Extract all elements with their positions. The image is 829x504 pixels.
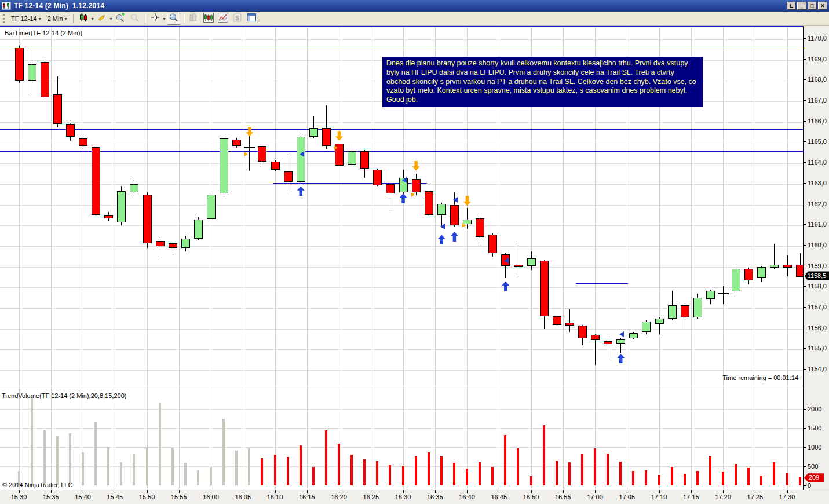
indicators-button[interactable] xyxy=(217,13,229,25)
time-axis-label: 17:20 xyxy=(715,494,731,501)
close-button[interactable]: ✕ xyxy=(818,2,827,10)
toolbar: TF 12-14 ▾ 2 Min ▾ ▾ ▾ ▾ xyxy=(0,12,829,26)
bearish-candle xyxy=(53,94,62,125)
restore-button[interactable]: □ xyxy=(808,2,817,10)
time-axis-tick xyxy=(467,490,468,493)
candle-wick xyxy=(249,134,250,170)
chart-style-button[interactable] xyxy=(77,13,90,25)
volume-bar xyxy=(325,430,327,485)
exit-marker-icon xyxy=(440,224,445,229)
bullish-candle xyxy=(181,239,190,248)
price-axis-label: 1157,0 xyxy=(808,304,827,311)
time-axis-tick xyxy=(531,490,532,493)
volume-bar xyxy=(159,403,161,485)
price-axis-label: 1165,0 xyxy=(808,138,827,145)
price-axis-tick xyxy=(804,245,806,246)
time-gridline xyxy=(307,27,308,386)
price-axis-label: 1170,0 xyxy=(808,35,827,42)
chart-trader-button[interactable] xyxy=(188,13,200,25)
price-gridline xyxy=(0,349,803,350)
instrument-selector[interactable]: TF 12-14 ▾ xyxy=(9,14,43,23)
bullish-candle xyxy=(207,195,216,220)
time-gridline xyxy=(691,386,692,490)
volume-bar xyxy=(56,436,59,485)
time-axis-tick xyxy=(563,490,564,493)
bearish-candle xyxy=(540,261,549,316)
time-axis-label: 15:30 xyxy=(11,494,27,501)
time-axis-label: 17:15 xyxy=(683,494,699,501)
time-gridline xyxy=(179,27,180,386)
volume-bar xyxy=(671,467,673,485)
volume-panel[interactable]: TrendVolume(TF 12-14 (2 Min),20,8,15,200… xyxy=(0,386,803,490)
properties-icon xyxy=(247,13,257,25)
horizontal-level-line xyxy=(0,151,803,152)
time-axis-tick xyxy=(435,490,436,493)
volume-bar xyxy=(274,455,276,485)
time-gridline xyxy=(339,27,339,386)
price-panel[interactable]: BarTimer(TF 12-14 (2 Min)) Dnes dle plan… xyxy=(0,26,803,386)
time-gridline xyxy=(371,27,371,386)
zoom-out-button[interactable] xyxy=(129,13,141,25)
bullish-candle xyxy=(629,333,638,338)
interval-selector[interactable]: 2 Min ▾ xyxy=(45,14,70,23)
bullish-candle xyxy=(732,269,740,291)
volume-bar xyxy=(31,397,33,485)
link-button[interactable]: L xyxy=(787,2,796,10)
volume-bar xyxy=(235,451,238,485)
time-axis[interactable]: 15:3015:3515:4015:4515:5015:5516:0016:05… xyxy=(0,490,829,504)
trade-note[interactable]: Dnes dle planu brany pouze shorty kvuli … xyxy=(382,57,703,107)
volume-bar xyxy=(581,454,583,485)
entry-marker-icon xyxy=(411,192,415,197)
cursor-button[interactable] xyxy=(149,13,162,25)
volume-axis-label: 2000 xyxy=(808,406,821,412)
time-axis-label: 16:40 xyxy=(459,494,475,501)
bearish-candle xyxy=(15,48,24,81)
minimize-button[interactable]: _ xyxy=(797,2,806,10)
time-axis-label: 16:45 xyxy=(491,494,507,501)
bearish-candle xyxy=(143,195,152,243)
time-axis-label: 16:00 xyxy=(203,494,219,501)
volume-bar xyxy=(107,447,109,485)
volume-bar xyxy=(543,425,545,485)
volume-axis-tick xyxy=(804,447,806,448)
volume-bar xyxy=(120,462,122,485)
data-box-button[interactable] xyxy=(167,13,180,25)
price-axis[interactable]: 1158,5 209 1170,01169,01168,01167,01166,… xyxy=(803,26,829,490)
price-axis-label: 1162,0 xyxy=(808,200,827,207)
time-axis-tick xyxy=(723,490,724,493)
instrument-label: TF 12-14 xyxy=(11,15,37,22)
bearish-candle xyxy=(156,241,165,246)
price-axis-tick xyxy=(804,79,806,80)
chevron-down-icon: ▾ xyxy=(92,16,94,21)
time-gridline xyxy=(787,27,788,386)
properties-button[interactable] xyxy=(246,13,258,25)
price-axis-tick xyxy=(804,38,806,39)
horizontal-level-line xyxy=(0,129,803,130)
bearish-candle xyxy=(92,147,100,216)
volume-bar xyxy=(453,463,455,485)
volume-bar xyxy=(312,467,315,485)
volume-axis-label: 500 xyxy=(808,463,818,470)
bars-panel-button[interactable] xyxy=(202,13,215,25)
zoom-in-button[interactable] xyxy=(114,13,127,25)
volume-bar xyxy=(287,457,289,485)
candlestick-icon xyxy=(79,13,88,24)
toolbar-grip[interactable] xyxy=(3,14,5,23)
drawing-tools-button[interactable] xyxy=(96,13,108,25)
time-axis-tick xyxy=(179,490,180,493)
time-axis-label: 17:00 xyxy=(587,494,603,501)
price-gridline xyxy=(0,246,803,247)
window-titlebar[interactable]: TF 12-14 (2 Min) 1.12.2014 L _ □ ✕ xyxy=(0,0,829,12)
time-axis-label: 16:10 xyxy=(267,494,283,501)
volume-bar xyxy=(799,477,801,485)
sell-signal-arrow-icon xyxy=(246,127,253,137)
price-gridline xyxy=(0,143,803,143)
account-button[interactable]: $ xyxy=(231,13,244,25)
volume-bar xyxy=(415,456,417,485)
bullish-candle xyxy=(642,322,651,332)
time-gridline xyxy=(755,386,755,490)
price-gridline xyxy=(0,122,803,123)
price-axis-tick xyxy=(804,224,806,225)
buy-exit-arrow-icon xyxy=(502,282,509,291)
time-axis-label: 15:50 xyxy=(139,494,155,501)
